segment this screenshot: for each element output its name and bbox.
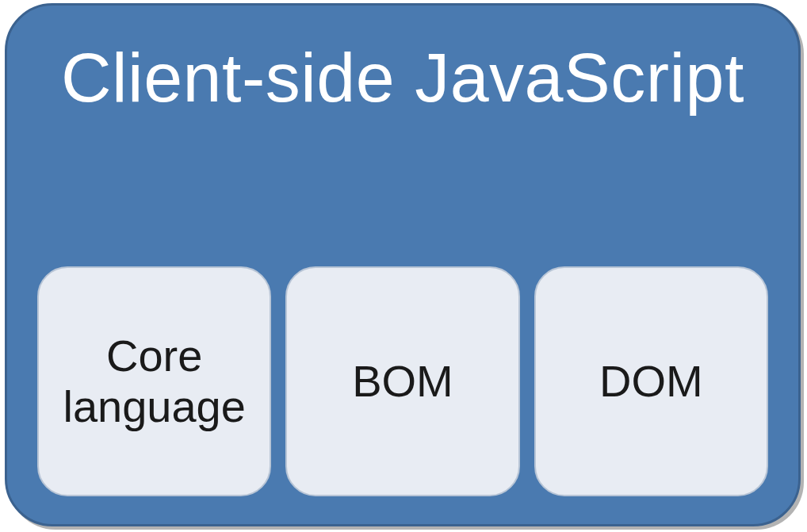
boxes-row: Core language BOM DOM (31, 266, 774, 496)
diagram-container: Client-side JavaScript Core language BOM… (5, 3, 801, 526)
box-bom: BOM (285, 266, 519, 496)
diagram-title: Client-side JavaScript (31, 37, 774, 118)
box-dom: DOM (534, 266, 768, 496)
box-core-language: Core language (37, 266, 271, 496)
